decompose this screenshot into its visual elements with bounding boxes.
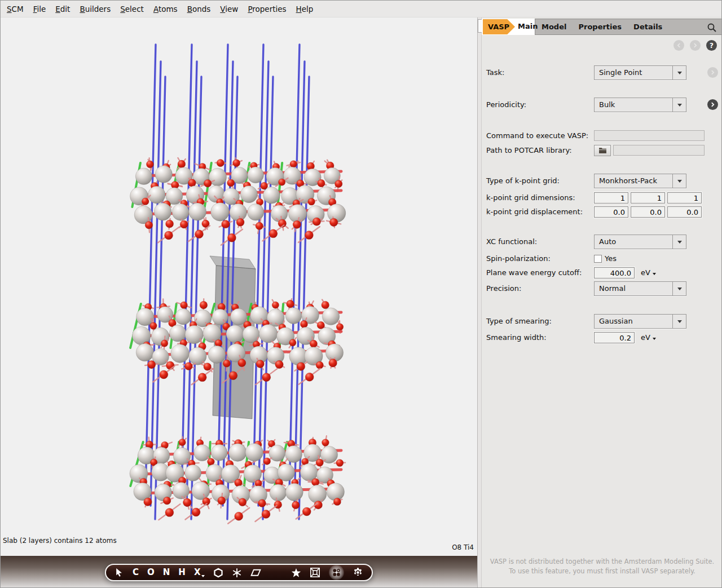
pointer-tool-icon[interactable] <box>115 568 124 577</box>
dropdown-arrow-icon <box>672 174 686 188</box>
kgrid-type-dropdown[interactable]: Monkhorst-Pack <box>594 174 686 188</box>
plane-tool-icon[interactable] <box>250 568 261 577</box>
bottom-strip: C O N H X <box>1 556 477 588</box>
element-carbon-button[interactable]: C <box>133 565 139 580</box>
chevron-right-icon <box>692 42 698 48</box>
smearing-width-label: Smearing width: <box>486 333 547 342</box>
quick-toolbar: C O N H X <box>105 564 373 581</box>
menu-select[interactable]: Select <box>119 3 145 15</box>
kgrid-dim-z-input[interactable] <box>667 192 702 204</box>
chevron-down-icon <box>653 273 656 275</box>
history-forward-button[interactable] <box>690 40 701 51</box>
menu-properties[interactable]: Properties <box>246 3 287 15</box>
dropdown-arrow-icon <box>672 98 686 112</box>
dropdown-arrow-icon <box>672 315 686 328</box>
precision-label: Precision: <box>486 284 521 293</box>
chevron-down-icon <box>201 575 205 577</box>
menu-edit[interactable]: Edit <box>54 3 71 15</box>
kgrid-disp-label: k-point grid displacement: <box>486 207 583 216</box>
product-badge[interactable]: VASP <box>483 19 515 34</box>
menu-builders[interactable]: Builders <box>78 3 112 15</box>
menu-view[interactable]: View <box>219 3 239 15</box>
menu-bonds[interactable]: Bonds <box>186 3 212 15</box>
kgrid-dim-x-input[interactable] <box>594 192 628 204</box>
spin-label: Spin-polarization: <box>486 254 551 263</box>
favorites-icon[interactable] <box>291 568 301 578</box>
menu-scm[interactable]: SCM <box>6 3 25 15</box>
cutoff-unit-dropdown[interactable]: eV <box>641 268 656 277</box>
application-window: { "menu": { "items": [ {"m":"S","rest":"… <box>0 0 722 588</box>
periodicity-dropdown[interactable]: Bulk <box>594 98 686 112</box>
panel-splitter[interactable] <box>477 17 482 588</box>
vasp-disclaimer: VASP is not distributed together with th… <box>482 557 722 576</box>
kgrid-disp-z-input[interactable] <box>667 206 702 218</box>
chevron-right-icon <box>710 101 716 108</box>
tab-model[interactable]: Model <box>542 23 566 31</box>
task-details-button[interactable] <box>707 67 718 78</box>
structure-viewport[interactable]: Slab (2 layers) contains 12 atoms O8 Ti4 <box>1 17 477 556</box>
tab-properties[interactable]: Properties <box>578 23 622 31</box>
menu-atoms[interactable]: Atoms <box>152 3 179 15</box>
dropdown-arrow-icon <box>672 235 686 249</box>
smearing-width-input[interactable] <box>594 332 635 343</box>
dropdown-arrow-icon <box>672 282 686 295</box>
vasp-input-panel: Model Properties Details VASP Main ? Tas… <box>482 17 722 588</box>
periodicity-details-button[interactable] <box>707 99 718 110</box>
tab-bar: Model Properties Details VASP Main <box>482 19 722 35</box>
search-icon[interactable] <box>707 23 717 35</box>
chevron-left-icon <box>676 42 682 48</box>
smearing-type-label: Type of smearing: <box>486 317 552 325</box>
smearing-unit-dropdown[interactable]: eV <box>641 333 656 342</box>
periodicity-label: Periodicity: <box>486 100 526 109</box>
spin-checkbox[interactable] <box>594 255 602 263</box>
element-oxygen-button[interactable]: O <box>147 565 155 580</box>
kgrid-dims-label: k-point grid dimensions: <box>486 193 575 202</box>
folder-icon <box>598 147 607 154</box>
kgrid-type-label: Type of k-point grid: <box>486 176 560 185</box>
element-hydrogen-button[interactable]: H <box>178 565 186 580</box>
xc-dropdown[interactable]: Auto <box>594 235 686 249</box>
potcar-path-input[interactable] <box>613 145 705 156</box>
kgrid-disp-x-input[interactable] <box>594 206 628 218</box>
cutoff-input[interactable] <box>594 267 635 278</box>
periodic-cell-icon[interactable] <box>310 567 320 578</box>
task-dropdown[interactable]: Single Point <box>594 65 686 80</box>
molecules-panel-icon[interactable] <box>329 565 344 580</box>
browse-folder-button[interactable] <box>594 145 611 156</box>
smearing-type-dropdown[interactable]: Gaussian <box>594 314 686 329</box>
tab-strip: Model Properties Details <box>535 19 722 35</box>
chevron-down-icon <box>653 338 656 340</box>
ring-tool-icon[interactable] <box>213 568 223 578</box>
command-input[interactable] <box>594 130 705 141</box>
chevron-right-icon <box>710 69 716 76</box>
crystal-structure-render[interactable] <box>1 17 477 556</box>
element-picker-button[interactable]: X <box>194 565 205 580</box>
potcar-label: Path to POTCAR library: <box>486 146 572 154</box>
kgrid-dim-y-input[interactable] <box>631 192 665 204</box>
formula-text: O8 Ti4 <box>452 543 474 551</box>
kgrid-disp-y-input[interactable] <box>631 206 665 218</box>
dropdown-arrow-icon <box>672 66 686 79</box>
menu-help[interactable]: Help <box>295 3 315 15</box>
status-text: Slab (2 layers) contains 12 atoms <box>3 537 117 545</box>
crystal-tool-icon[interactable] <box>232 568 242 578</box>
command-label: Command to execute VASP: <box>486 131 588 140</box>
menu-file[interactable]: File <box>32 3 47 15</box>
element-nitrogen-button[interactable]: N <box>163 565 170 580</box>
tab-details[interactable]: Details <box>633 23 662 31</box>
spin-option-label: Yes <box>605 254 617 263</box>
precision-dropdown[interactable]: Normal <box>594 281 686 296</box>
help-button[interactable]: ? <box>706 40 717 51</box>
cutoff-label: Plane wave energy cutoff: <box>486 268 582 277</box>
tab-main[interactable]: Main <box>518 22 538 30</box>
menu-bar: SCM File Edit Builders Select Atoms Bond… <box>1 1 721 17</box>
history-back-button[interactable] <box>673 40 684 51</box>
xc-label: XC functional: <box>486 237 537 246</box>
settings-gear-icon[interactable] <box>353 567 363 578</box>
task-label: Task: <box>486 68 504 77</box>
